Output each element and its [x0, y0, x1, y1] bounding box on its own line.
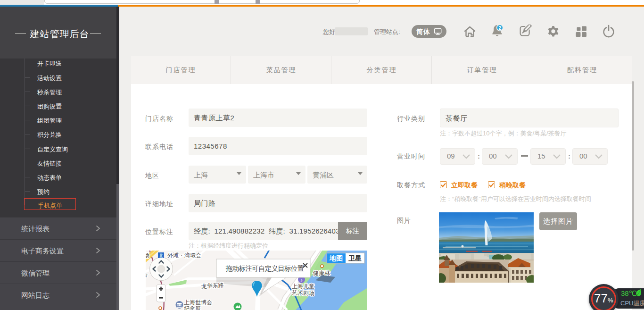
svg-text:上海世博会: 上海世博会	[184, 299, 212, 306]
svg-text:场: 场	[146, 252, 149, 259]
svg-text:纪念展: 纪念展	[184, 305, 201, 310]
svg-text:♪: ♪	[300, 277, 303, 283]
svg-text:会: 会	[146, 271, 148, 278]
svg-text:艺术剧场: 艺术剧场	[292, 290, 314, 296]
svg-text:2: 2	[498, 25, 501, 31]
svg-text:上海儿童: 上海儿童	[292, 283, 314, 290]
svg-text:卫星: 卫星	[348, 254, 362, 262]
svg-text:拖动标注可自定义目标位置: 拖动标注可自定义目标位置	[225, 265, 305, 272]
svg-text:地图: 地图	[329, 254, 343, 262]
svg-text:北: 北	[159, 253, 163, 258]
svg-text:外滩・湾環会: 外滩・湾環会	[167, 252, 201, 259]
